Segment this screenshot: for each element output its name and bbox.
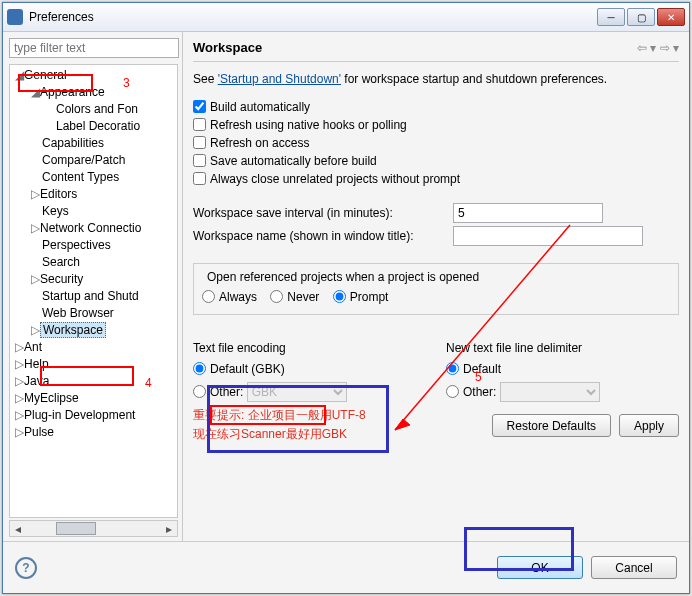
tip-line-2: 现在练习Scanner最好用GBK — [193, 426, 492, 443]
refresh-hooks-label: Refresh using native hooks or polling — [210, 118, 407, 132]
encoding-other-radio[interactable] — [193, 385, 206, 398]
build-automatically-label: Build automatically — [210, 100, 310, 114]
tree-capabilities[interactable]: Capabilities — [10, 135, 177, 152]
tree-colors-fonts[interactable]: Colors and Fon — [10, 101, 177, 118]
tree-content-types[interactable]: Content Types — [10, 169, 177, 186]
build-automatically-checkbox[interactable] — [193, 100, 206, 113]
filter-input[interactable] — [9, 38, 179, 58]
ok-button[interactable]: OK — [497, 556, 583, 579]
delimiter-title: New text file line delimiter — [446, 341, 679, 355]
never-radio[interactable] — [270, 290, 283, 303]
tree-appearance[interactable]: ◢Appearance — [10, 84, 177, 101]
tree-search[interactable]: Search — [10, 254, 177, 271]
tree-perspectives[interactable]: Perspectives — [10, 237, 177, 254]
annotation-3: 3 — [123, 76, 130, 90]
encoding-title: Text file encoding — [193, 341, 426, 355]
delimiter-default-label: Default — [463, 362, 501, 376]
tree-pulse[interactable]: ▷Pulse — [10, 424, 177, 441]
tip-line-1: 重要提示: 企业项目一般用UTF-8 — [193, 407, 492, 424]
scroll-thumb[interactable] — [56, 522, 96, 535]
open-referenced-group: Open referenced projects when a project … — [193, 263, 679, 315]
page-title: Workspace — [193, 40, 262, 55]
restore-defaults-button[interactable]: Restore Defaults — [492, 414, 611, 437]
apply-button[interactable]: Apply — [619, 414, 679, 437]
maximize-button[interactable]: ▢ — [627, 8, 655, 26]
prompt-radio[interactable] — [333, 290, 346, 303]
tree-plugin-dev[interactable]: ▷Plug-in Development — [10, 407, 177, 424]
delimiter-other-radio[interactable] — [446, 385, 459, 398]
dialog-footer: ? OK Cancel — [3, 541, 689, 593]
page-nav-icons[interactable]: ⇦ ▾ ⇨ ▾ — [637, 41, 679, 55]
window-title: Preferences — [29, 10, 597, 24]
tree-myeclipse[interactable]: ▷MyEclipse — [10, 390, 177, 407]
delimiter-other-label: Other: — [463, 385, 496, 399]
preference-tree[interactable]: ◢General ◢Appearance Colors and Fon Labe… — [9, 64, 178, 518]
tree-editors[interactable]: ▷Editors — [10, 186, 177, 203]
tree-keys[interactable]: Keys — [10, 203, 177, 220]
always-radio[interactable] — [202, 290, 215, 303]
tree-web-browser[interactable]: Web Browser — [10, 305, 177, 322]
tree-network[interactable]: ▷Network Connectio — [10, 220, 177, 237]
annotation-5: 5 — [475, 370, 482, 384]
help-icon[interactable]: ? — [15, 557, 37, 579]
preferences-window: Preferences ─ ▢ ✕ ◢General ◢Appearance C… — [2, 2, 690, 594]
close-button[interactable]: ✕ — [657, 8, 685, 26]
tree-startup-shutdown[interactable]: Startup and Shutd — [10, 288, 177, 305]
open-referenced-title: Open referenced projects when a project … — [204, 270, 482, 284]
titlebar[interactable]: Preferences ─ ▢ ✕ — [3, 3, 689, 31]
save-interval-input[interactable] — [453, 203, 603, 223]
tree-label-decorations[interactable]: Label Decoratio — [10, 118, 177, 135]
encoding-default-radio[interactable] — [193, 362, 206, 375]
app-icon — [7, 9, 23, 25]
encoding-other-label: Other: — [210, 385, 243, 399]
encoding-default-label: Default (GBK) — [210, 362, 285, 376]
scroll-left-arrow[interactable]: ◂ — [10, 521, 26, 536]
delimiter-default-radio[interactable] — [446, 362, 459, 375]
cancel-button[interactable]: Cancel — [591, 556, 677, 579]
settings-panel: Workspace ⇦ ▾ ⇨ ▾ See 'Startup and Shutd… — [183, 32, 689, 541]
sidebar: ◢General ◢Appearance Colors and Fon Labe… — [3, 32, 183, 541]
tree-general[interactable]: ◢General — [10, 67, 177, 84]
tree-workspace[interactable]: ▷Workspace — [10, 322, 177, 339]
tree-horizontal-scrollbar[interactable]: ◂ ▸ — [9, 520, 178, 537]
minimize-button[interactable]: ─ — [597, 8, 625, 26]
save-interval-label: Workspace save interval (in minutes): — [193, 206, 453, 220]
tree-compare-patch[interactable]: Compare/Patch — [10, 152, 177, 169]
encoding-group: Text file encoding Default (GBK) Other: … — [193, 341, 426, 405]
scroll-right-arrow[interactable]: ▸ — [161, 521, 177, 536]
tree-ant[interactable]: ▷Ant — [10, 339, 177, 356]
close-unrelated-label: Always close unrelated projects without … — [210, 172, 460, 186]
startup-shutdown-link[interactable]: 'Startup and Shutdown' — [218, 72, 341, 86]
annotation-4: 4 — [145, 376, 152, 390]
encoding-other-combo[interactable]: GBK — [247, 382, 347, 402]
refresh-access-checkbox[interactable] — [193, 136, 206, 149]
save-before-build-label: Save automatically before build — [210, 154, 377, 168]
refresh-hooks-checkbox[interactable] — [193, 118, 206, 131]
tree-help[interactable]: ▷Help — [10, 356, 177, 373]
delimiter-other-combo[interactable] — [500, 382, 600, 402]
workspace-name-label: Workspace name (shown in window title): — [193, 229, 453, 243]
refresh-access-label: Refresh on access — [210, 136, 309, 150]
save-before-build-checkbox[interactable] — [193, 154, 206, 167]
close-unrelated-checkbox[interactable] — [193, 172, 206, 185]
workspace-name-input[interactable] — [453, 226, 643, 246]
description-text: See 'Startup and Shutdown' for workspace… — [193, 62, 679, 90]
tree-security[interactable]: ▷Security — [10, 271, 177, 288]
